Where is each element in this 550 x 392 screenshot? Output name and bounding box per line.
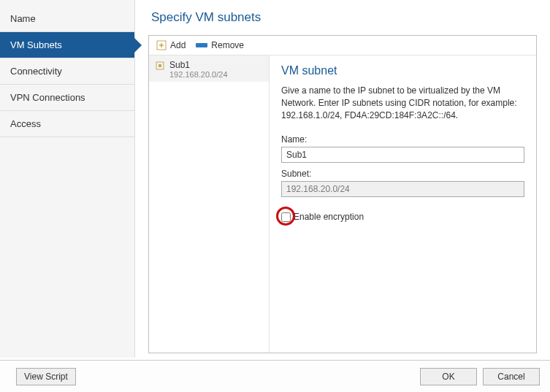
sidebar-item-label: Access bbox=[10, 118, 41, 129]
name-label: Name: bbox=[281, 134, 524, 145]
sidebar-item-label: VPN Connections bbox=[10, 92, 85, 103]
sidebar-item-access[interactable]: Access bbox=[0, 111, 134, 137]
sidebar-item-name[interactable]: Name bbox=[0, 6, 134, 31]
sidebar-item-label: Name bbox=[10, 13, 36, 24]
svg-rect-3 bbox=[196, 43, 207, 47]
sidebar-item-vm-subnets[interactable]: VM Subnets bbox=[0, 32, 134, 58]
detail-pane: VM subnet Give a name to the IP subnet t… bbox=[270, 55, 536, 353]
view-script-button[interactable]: View Script bbox=[16, 368, 76, 385]
help-text: Give a name to the IP subnet to be virtu… bbox=[281, 85, 524, 121]
enable-encryption-checkbox[interactable] bbox=[281, 212, 291, 222]
page-title: Specify VM subnets bbox=[151, 10, 537, 25]
name-input[interactable] bbox=[281, 147, 524, 163]
toolbar: Add Remove bbox=[149, 36, 536, 55]
section-title: VM subnet bbox=[281, 64, 524, 77]
sidebar-item-vpn-connections[interactable]: VPN Connections bbox=[0, 85, 134, 110]
list-item[interactable]: Sub1 192.168.20.0/24 bbox=[149, 55, 269, 82]
footer: View Script OK Cancel bbox=[0, 360, 550, 392]
sidebar-item-label: VM Subnets bbox=[10, 39, 62, 50]
sidebar: Name VM Subnets Connectivity VPN Connect… bbox=[0, 0, 135, 358]
add-icon bbox=[156, 40, 167, 50]
subnet-list: Sub1 192.168.20.0/24 bbox=[149, 55, 270, 353]
list-item-cidr: 192.168.20.0/24 bbox=[169, 70, 228, 79]
sidebar-item-label: Connectivity bbox=[10, 66, 62, 77]
svg-rect-5 bbox=[158, 64, 161, 67]
cancel-button[interactable]: Cancel bbox=[483, 368, 540, 385]
content-frame: Add Remove bbox=[148, 35, 537, 353]
remove-label: Remove bbox=[211, 40, 244, 50]
split: Sub1 192.168.20.0/24 VM subnet Give a na… bbox=[149, 55, 536, 353]
subnet-label: Subnet: bbox=[281, 169, 524, 179]
remove-button[interactable]: Remove bbox=[194, 39, 245, 52]
subnet-icon bbox=[155, 61, 165, 71]
divider bbox=[0, 137, 134, 137]
sidebar-item-connectivity[interactable]: Connectivity bbox=[0, 58, 134, 84]
list-item-name: Sub1 bbox=[169, 60, 228, 70]
add-label: Add bbox=[170, 40, 186, 50]
add-button[interactable]: Add bbox=[155, 39, 187, 52]
enable-encryption-label: Enable encryption bbox=[294, 212, 364, 222]
ok-button[interactable]: OK bbox=[420, 368, 477, 385]
encryption-row: Enable encryption bbox=[281, 212, 524, 222]
list-item-text: Sub1 192.168.20.0/24 bbox=[169, 60, 228, 79]
remove-icon bbox=[196, 42, 207, 49]
subnet-input bbox=[281, 181, 524, 197]
main-panel: Specify VM subnets Add Remove bbox=[135, 0, 550, 358]
